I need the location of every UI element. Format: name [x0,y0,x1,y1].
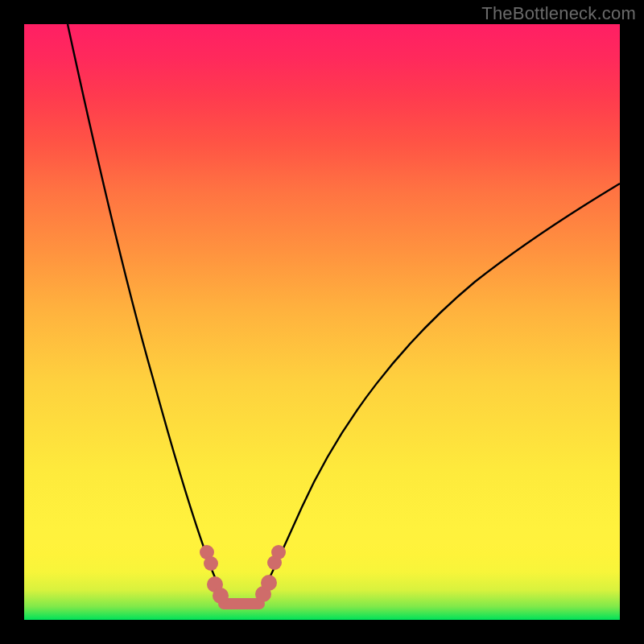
curve-canvas [24,24,620,620]
marker-dot [204,556,218,571]
marker-dot [271,545,286,559]
plot-area [24,24,620,620]
marker-dot [213,588,229,604]
chart-frame: TheBottleneck.com [0,0,644,644]
marker-dot [261,575,277,591]
curve-left-branch [68,24,231,604]
watermark-text: TheBottleneck.com [481,3,636,24]
curve-right-branch [256,184,620,604]
valley-dot-markers [200,545,286,604]
